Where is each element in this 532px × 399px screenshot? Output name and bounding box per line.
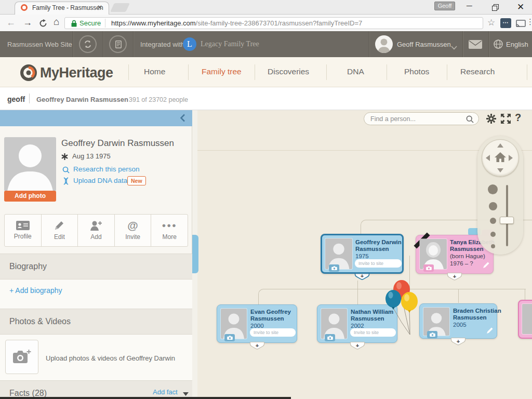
chevron-down-icon[interactable]: [451, 43, 457, 52]
zoom-level-dot-2[interactable]: [489, 202, 497, 210]
integrated-with-label: Integrated with: [140, 41, 184, 48]
camera-badge-icon[interactable]: [325, 334, 335, 341]
breadcrumb-site[interactable]: geoff: [7, 95, 25, 103]
divider: [133, 31, 134, 57]
zoom-level-dot-3[interactable]: [490, 218, 496, 224]
user-avatar[interactable]: [375, 35, 393, 53]
edit-pencil-icon[interactable]: [286, 329, 294, 338]
fullscreen-icon[interactable]: [501, 114, 511, 126]
balloons-decoration: [383, 278, 424, 340]
browser-profile-chip[interactable]: Geoff: [434, 2, 455, 10]
more-button[interactable]: ●●● More: [151, 215, 188, 246]
person-card-partial[interactable]: [518, 300, 532, 339]
add-fact-link[interactable]: Add fact: [153, 388, 178, 396]
find-person-search[interactable]: [364, 112, 479, 125]
forward-icon[interactable]: →: [23, 18, 32, 27]
home-tree-icon[interactable]: [495, 152, 506, 164]
edit-pencil-icon[interactable]: [483, 261, 490, 271]
camera-badge-icon[interactable]: [224, 334, 235, 341]
tab-close-icon[interactable]: ✕: [97, 4, 102, 11]
language-selector[interactable]: English: [506, 41, 528, 48]
expand-node-button[interactable]: +: [447, 273, 462, 281]
card-photo[interactable]: [321, 309, 347, 339]
invite-button[interactable]: @ Invite: [115, 215, 152, 246]
cast-icon[interactable]: [516, 20, 526, 30]
back-icon[interactable]: ←: [6, 18, 16, 27]
pan-up-icon[interactable]: [497, 143, 503, 148]
nav-research[interactable]: Research: [460, 67, 495, 76]
globe-icon[interactable]: [494, 39, 503, 51]
bookmark-star-icon[interactable]: ☆: [487, 17, 495, 28]
sidebar-drag-handle[interactable]: [192, 235, 198, 273]
person-card-evan[interactable]: Evan Geoffrey Rasmussen 2000 Invite to s…: [217, 304, 297, 343]
myheritage-logo-icon[interactable]: [20, 64, 37, 83]
svg-text:+: +: [256, 342, 259, 349]
breadcrumb-person[interactable]: Geoffrey Darwin Rasmussen: [36, 96, 128, 103]
pan-down-icon[interactable]: [497, 168, 503, 172]
help-icon[interactable]: ?: [515, 112, 521, 124]
nav-discoveries[interactable]: Discoveries: [268, 67, 309, 76]
nav-family-tree[interactable]: Family tree: [202, 67, 242, 76]
card-photo[interactable]: [420, 239, 447, 269]
nav-home[interactable]: Home: [144, 67, 165, 76]
research-person-link[interactable]: Research this person: [73, 165, 140, 173]
zoom-level-dot-5[interactable]: [491, 244, 495, 248]
camera-badge-icon[interactable]: [427, 331, 437, 338]
person-card-braden[interactable]: Braden Christian Rasmussen 2005: [419, 303, 497, 339]
profile-button[interactable]: Profile: [5, 215, 42, 246]
expand-node-button[interactable]: +: [249, 342, 265, 350]
mail-icon[interactable]: [469, 40, 482, 51]
pan-left-icon[interactable]: [486, 155, 490, 161]
card-photo[interactable]: [221, 309, 247, 339]
window-minimize-button[interactable]: ─: [467, 1, 472, 10]
pan-right-icon[interactable]: [509, 155, 513, 161]
report-button[interactable]: [109, 35, 127, 53]
add-biography-link[interactable]: + Add biography: [9, 286, 62, 295]
camera-badge-icon[interactable]: [423, 264, 434, 272]
tree-settings-gear-icon[interactable]: [486, 113, 497, 126]
window-close-button[interactable]: ✕: [517, 2, 524, 12]
edit-button[interactable]: Edit: [42, 215, 78, 246]
nav-dna[interactable]: DNA: [347, 67, 364, 76]
window-restore-button[interactable]: [492, 4, 499, 13]
biography-section-header[interactable]: Biography: [0, 254, 192, 280]
upload-photo-button[interactable]: [5, 340, 38, 374]
collapse-sidebar-icon[interactable]: [180, 114, 185, 124]
sync-button[interactable]: [79, 35, 97, 53]
brand-name[interactable]: MyHeritage: [40, 65, 113, 81]
divider: [369, 31, 369, 57]
upload-dna-link[interactable]: Upload DNA data: [73, 177, 127, 184]
person-card-geoffrey[interactable]: Geoffrey Darwin Rasmussen 1975 Invite to…: [321, 234, 404, 274]
reload-icon[interactable]: [39, 19, 47, 30]
edit-pencil-icon[interactable]: [394, 260, 401, 270]
edit-pencil-icon[interactable]: [486, 327, 494, 336]
add-photo-button[interactable]: Add photo: [4, 191, 56, 202]
expand-node-button[interactable]: +: [350, 342, 365, 350]
search-input[interactable]: [370, 114, 461, 124]
expand-node-button[interactable]: +: [450, 338, 466, 346]
add-person-icon: [90, 220, 102, 231]
card-name-line1: Braden Christian: [453, 308, 501, 314]
person-avatar[interactable]: [4, 137, 56, 191]
taskbar-edge: [0, 397, 291, 399]
more-dots-icon: ●●●: [162, 220, 177, 231]
zoom-slider-track[interactable]: [506, 185, 508, 246]
zoom-level-dot-4[interactable]: [490, 232, 496, 237]
card-name-line1: Geoffrey Darwin: [355, 239, 402, 246]
user-name[interactable]: Geoff Rasmussen: [397, 41, 451, 48]
photos-section-header[interactable]: Photos & Videos: [0, 309, 192, 335]
card-photo[interactable]: [423, 308, 449, 336]
extension-icon[interactable]: ⋯: [500, 18, 511, 28]
card-photo[interactable]: [522, 304, 532, 334]
url-path: /site-family-tree-238673701/rasmussen?fa…: [196, 19, 363, 27]
zoom-slider-handle[interactable]: [500, 217, 514, 224]
card-photo[interactable]: [325, 238, 352, 269]
browser-menu-icon[interactable]: ⋮: [526, 17, 532, 26]
photos-title: Photos & Videos: [9, 317, 71, 326]
sidebar-header: [0, 110, 192, 126]
add-button[interactable]: Add: [78, 215, 115, 246]
nav-photos[interactable]: Photos: [404, 67, 429, 76]
home-icon[interactable]: ⌂: [54, 17, 59, 26]
zoom-level-dot-1[interactable]: [488, 184, 498, 194]
camera-badge-icon[interactable]: [329, 264, 339, 272]
